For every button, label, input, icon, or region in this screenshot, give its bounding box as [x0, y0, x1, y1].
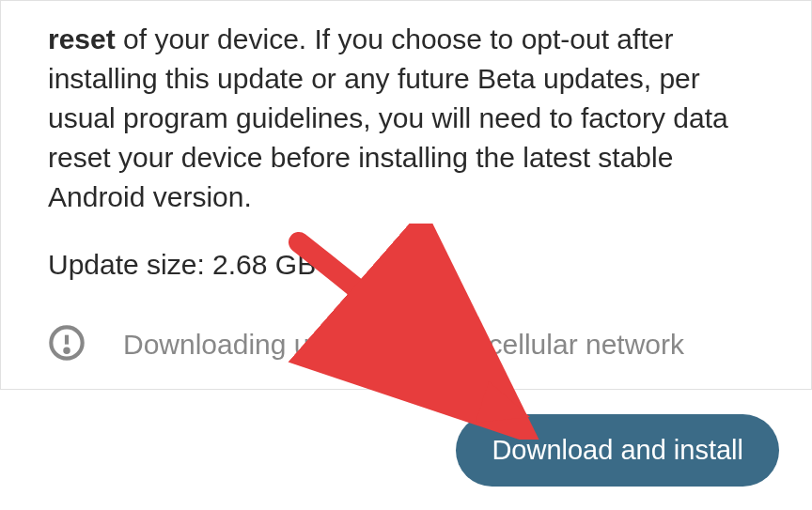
reset-bold-text: reset: [48, 23, 116, 54]
cellular-warning-row: Downloading updates over a cellular netw…: [1, 285, 811, 365]
update-description: reset of your device. If you choose to o…: [1, 1, 811, 217]
svg-point-2: [65, 349, 68, 352]
description-text: of your device. If you choose to opt-out…: [48, 23, 728, 212]
cellular-warning-text: Downloading updates over a cellular netw…: [123, 329, 684, 361]
update-size-row: Update size: 2.68 GB: [1, 217, 811, 285]
download-install-button[interactable]: Download and install: [456, 414, 779, 487]
update-size-label: Update size:: [48, 249, 212, 280]
update-info-card: reset of your device. If you choose to o…: [0, 0, 812, 390]
warning-icon: [48, 324, 86, 365]
footer-bar: Download and install: [0, 390, 812, 510]
update-size-value: 2.68 GB: [212, 249, 316, 280]
